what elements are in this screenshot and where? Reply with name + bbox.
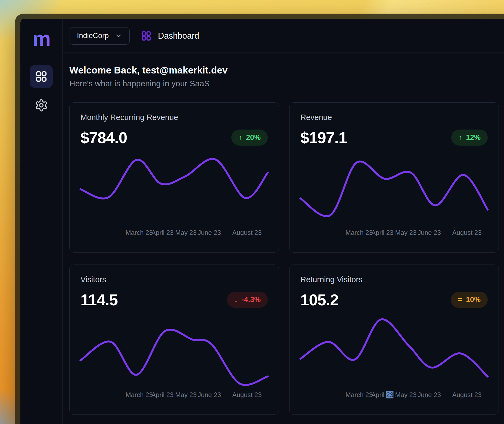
- team-selector-button[interactable]: IndieCorp: [70, 27, 130, 45]
- sidebar: m: [20, 19, 63, 424]
- trend-up-icon: ↑: [238, 133, 242, 142]
- logo: m: [32, 30, 50, 47]
- x-axis-label: March 23: [126, 229, 153, 236]
- x-axis-label: March 23: [126, 391, 153, 399]
- welcome-subtitle: Here's what is happening in your SaaS: [69, 79, 499, 88]
- x-axis-label: May 23: [175, 229, 197, 236]
- x-axis-label: August 23: [452, 391, 481, 399]
- page-title: Dashboard: [158, 31, 199, 41]
- x-axis-label: August 23: [232, 391, 262, 399]
- trend-value: 12%: [466, 133, 481, 142]
- x-axis-label: March 23: [346, 229, 373, 236]
- card-title: Visitors: [80, 275, 268, 284]
- trend-up-icon: ↑: [458, 133, 462, 142]
- trend-down-icon: ↓: [234, 296, 238, 304]
- x-axis-label: April 23: [371, 391, 393, 399]
- metric-value: $197.1: [300, 128, 347, 147]
- x-axis-label-text: April: [371, 391, 386, 398]
- trend-value: 20%: [246, 133, 261, 142]
- metric-value: $784.0: [80, 128, 127, 147]
- chart-line: [300, 161, 488, 216]
- trend-badge: =10%: [451, 292, 488, 308]
- sidebar-item-settings[interactable]: [30, 98, 53, 113]
- chevron-down-icon: [115, 32, 122, 40]
- metric-value: 105.2: [300, 291, 338, 309]
- app-window: m IndieCorp: [15, 14, 504, 424]
- x-axis-label: April 23: [151, 391, 173, 399]
- x-axis-label: April 23: [151, 229, 173, 236]
- x-axis-label: June 23: [198, 391, 221, 399]
- metric-card: Visitors114.5↓-4.3%March 23April 23May 2…: [69, 265, 279, 415]
- card-title: Revenue: [300, 113, 488, 122]
- wallpaper: { "app": { "logo_text": "m", "team_selec…: [0, 0, 504, 424]
- chart-line: [300, 319, 488, 377]
- selection-highlight: 23: [386, 391, 394, 398]
- x-axis-label: June 23: [198, 229, 221, 236]
- grid-icon: [35, 70, 48, 83]
- trend-badge: ↑12%: [451, 130, 488, 146]
- chart-line: [80, 159, 268, 198]
- team-selector-label: IndieCorp: [77, 32, 109, 40]
- dashboard-icon: [141, 30, 152, 42]
- line-chart: [80, 317, 268, 390]
- chart-line: [80, 330, 268, 385]
- cards-grid: Monthly Recurring Revenue$784.0↑20%March…: [69, 102, 499, 415]
- metric-card: Monthly Recurring Revenue$784.0↑20%March…: [69, 102, 279, 253]
- trend-value: -4.3%: [241, 296, 261, 304]
- sidebar-item-dashboard[interactable]: [30, 65, 53, 88]
- page-title-group: Dashboard: [141, 30, 199, 42]
- gear-icon: [35, 99, 48, 112]
- line-chart: [80, 154, 268, 228]
- x-axis-label: April 23: [371, 229, 393, 236]
- trend-badge: ↓-4.3%: [227, 292, 268, 308]
- card-title: Monthly Recurring Revenue: [80, 113, 268, 122]
- x-axis-label: March 23: [346, 391, 373, 399]
- value-row: $197.1↑12%: [300, 128, 488, 147]
- line-chart: [300, 154, 488, 228]
- x-axis: March 23April 23May 23June 23August 23: [80, 229, 268, 240]
- card-title: Returning Visitors: [300, 275, 488, 284]
- x-axis-label: May 23: [175, 391, 197, 399]
- value-row: 105.2=10%: [300, 291, 488, 309]
- main-content: Welcome Back, test@makerkit.dev Here's w…: [63, 53, 504, 424]
- x-axis: March 23April 23May 23June 23August 23: [300, 391, 488, 402]
- welcome-title: Welcome Back, test@makerkit.dev: [69, 65, 499, 76]
- x-axis-label: May 23: [395, 391, 417, 399]
- metric-card: Returning Visitors105.2=10%March 23April…: [289, 265, 499, 415]
- metric-card: Revenue$197.1↑12%March 23April 23May 23J…: [289, 102, 499, 253]
- trend-flat-icon: =: [458, 296, 462, 304]
- trend-value: 10%: [466, 296, 481, 304]
- main: IndieCorp Dashboard Welcome Back: [63, 19, 504, 424]
- x-axis: March 23April 23May 23June 23August 23: [80, 391, 268, 402]
- x-axis-label: May 23: [395, 229, 417, 236]
- metric-value: 114.5: [80, 291, 118, 309]
- line-chart: [300, 317, 488, 390]
- value-row: $784.0↑20%: [80, 128, 268, 147]
- x-axis-label: June 23: [418, 391, 441, 399]
- x-axis: March 23April 23May 23June 23August 23: [300, 229, 488, 240]
- x-axis-label: August 23: [232, 229, 262, 236]
- topbar: IndieCorp Dashboard: [63, 19, 504, 53]
- x-axis-label: June 23: [418, 229, 441, 236]
- value-row: 114.5↓-4.3%: [80, 291, 268, 309]
- x-axis-label: August 23: [452, 229, 481, 236]
- trend-badge: ↑20%: [231, 130, 268, 146]
